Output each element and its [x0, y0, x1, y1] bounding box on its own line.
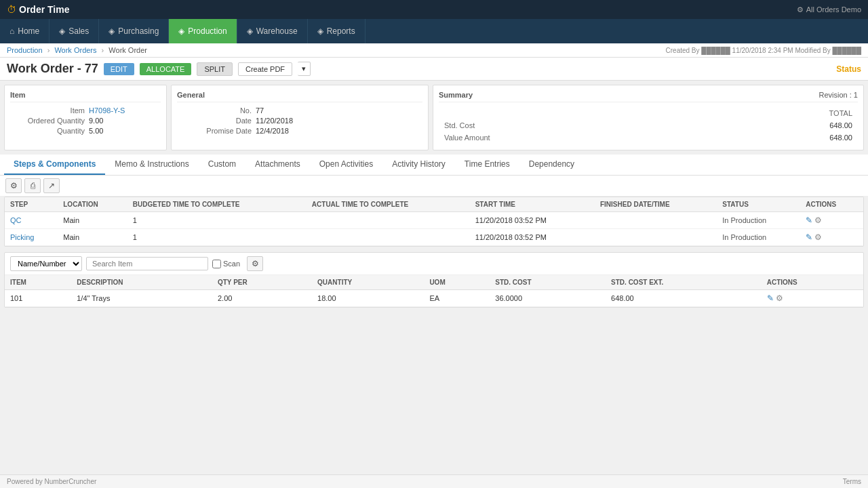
col-budgeted-time: BUDGETED TIME TO COMPLETE — [127, 197, 307, 212]
breadcrumb-meta: Created By ██████ 11/20/2018 2:34 PM Mod… — [666, 47, 861, 54]
summary-table: TOTAL Std. Cost 648.00 Value Amount 648.… — [439, 106, 858, 144]
step-name-0[interactable]: QC — [5, 212, 58, 229]
nav-label-warehouse: Warehouse — [256, 26, 298, 36]
promise-date-value: 12/4/2018 — [256, 127, 289, 135]
nav-item-warehouse[interactable]: ◈ Warehouse — [237, 19, 308, 43]
nav-label-purchasing: Purchasing — [118, 26, 159, 36]
home-icon: ⌂ — [9, 26, 14, 36]
search-input[interactable] — [86, 257, 208, 270]
tab-steps-components[interactable]: Steps & Components — [4, 155, 105, 175]
settings-toolbar-button[interactable]: ⚙ — [5, 178, 22, 193]
step-gear-icon-1[interactable]: ⚙ — [814, 232, 822, 242]
date-value: 11/20/2018 — [256, 117, 293, 125]
steps-table: STEP LOCATION BUDGETED TIME TO COMPLETE … — [5, 197, 863, 246]
step-edit-icon-0[interactable]: ✎ — [806, 216, 812, 225]
comp-edit-icon-0[interactable]: ✎ — [767, 293, 774, 303]
tab-memo[interactable]: Memo & Instructions — [105, 155, 198, 175]
allocate-button[interactable]: ALLOCATE — [140, 63, 192, 75]
logo-text: Order Time — [19, 4, 69, 15]
tabs-bar: Steps & Components Memo & Instructions C… — [0, 155, 868, 176]
step-status-0: In Production — [717, 212, 800, 229]
comp-std-cost-0: 36.0000 — [490, 290, 606, 307]
tab-dependency[interactable]: Dependency — [519, 155, 584, 175]
scan-checkbox[interactable] — [212, 260, 221, 268]
step-start-1: 11/20/2018 03:52 PM — [470, 229, 595, 246]
export-toolbar-button[interactable]: ↗ — [43, 178, 60, 193]
comp-std-cost-ext-0: 648.00 — [606, 290, 762, 307]
top-bar-right: ⚙ All Orders Demo — [797, 5, 861, 14]
comp-col-std-cost: STD. COST — [490, 275, 606, 290]
filter-select[interactable]: Name/Number — [10, 256, 82, 271]
page-header: Work Order - 77 EDIT ALLOCATE SPLIT Crea… — [0, 58, 868, 81]
step-budgeted-0: 1 — [127, 212, 307, 229]
status-label: Status — [836, 64, 861, 74]
top-bar: ⏱ Order Time ⚙ All Orders Demo — [0, 0, 868, 19]
nav-item-sales[interactable]: ◈ Sales — [50, 19, 99, 43]
date-label: Date — [177, 117, 252, 125]
settings-icon[interactable]: ⚙ — [797, 5, 804, 14]
logo: ⏱ Order Time — [7, 4, 69, 15]
create-pdf-button[interactable]: Create PDF — [238, 62, 292, 76]
step-edit-icon-1[interactable]: ✎ — [806, 232, 812, 242]
step-location-1: Main — [58, 229, 127, 246]
ordered-qty-row: Ordered Quantity 9.00 — [10, 117, 161, 125]
comp-qty-0: 18.00 — [312, 290, 424, 307]
col-step: STEP — [5, 197, 58, 212]
nav-item-reports[interactable]: ◈ Reports — [308, 19, 366, 43]
tab-custom[interactable]: Custom — [199, 155, 245, 175]
item-card-title: Item — [10, 91, 161, 102]
general-card: General No. 77 Date 11/20/2018 Promise D… — [171, 85, 429, 150]
page-title: Work Order - 77 — [7, 62, 98, 76]
breadcrumb-sep-1: › — [47, 46, 50, 54]
item-value[interactable]: H7098-Y-S — [89, 106, 125, 115]
col-start-time: START TIME — [470, 197, 595, 212]
main-nav: ⌂ Home ◈ Sales ◈ Purchasing ◈ Production… — [0, 19, 868, 43]
nav-item-purchasing[interactable]: ◈ Purchasing — [99, 19, 169, 43]
breadcrumb-sep-2: › — [102, 46, 104, 54]
quantity-label: Quantity — [10, 127, 85, 135]
step-actions-1: ✎ ⚙ — [800, 229, 863, 246]
step-name-1[interactable]: Picking — [5, 229, 58, 246]
steps-row-0: QC Main 1 11/20/2018 03:52 PM In Product… — [5, 212, 863, 229]
demo-label: All Orders Demo — [806, 5, 861, 14]
pdf-dropdown-button[interactable]: ▾ — [298, 62, 311, 76]
promise-date-label: Promise Date — [177, 127, 252, 135]
print-toolbar-button[interactable]: ⎙ — [24, 178, 41, 193]
comp-gear-icon-0[interactable]: ⚙ — [776, 293, 783, 303]
step-actual-1 — [307, 229, 470, 246]
components-table: ITEM DESCRIPTION QTY PER QUANTITY UOM ST… — [5, 275, 863, 307]
sales-icon: ◈ — [59, 26, 65, 36]
comp-col-actions: ACTIONS — [762, 275, 863, 290]
tab-open-activities[interactable]: Open Activities — [310, 155, 382, 175]
comp-col-uom: UOM — [424, 275, 490, 290]
split-button[interactable]: SPLIT — [197, 62, 233, 76]
step-gear-icon-0[interactable]: ⚙ — [814, 216, 822, 225]
date-row: Date 11/20/2018 — [177, 117, 422, 125]
components-settings-button[interactable]: ⚙ — [247, 256, 263, 271]
nav-item-production[interactable]: ◈ Production — [169, 19, 237, 43]
nav-item-home[interactable]: ⌂ Home — [0, 19, 50, 43]
comp-desc-0: 1/4" Trays — [71, 290, 212, 307]
breadcrumb-work-orders[interactable]: Work Orders — [54, 46, 96, 54]
tab-activity-history[interactable]: Activity History — [382, 155, 455, 175]
table-toolbar: ⚙ ⎙ ↗ — [0, 176, 868, 197]
step-finished-1 — [595, 229, 717, 246]
step-status-1: In Production — [717, 229, 800, 246]
steps-table-wrap: STEP LOCATION BUDGETED TIME TO COMPLETE … — [4, 197, 864, 247]
warehouse-icon: ◈ — [247, 26, 253, 36]
summary-label-0: Std. Cost — [440, 120, 703, 131]
summary-col-total: TOTAL — [704, 108, 856, 119]
tab-attachments[interactable]: Attachments — [245, 155, 310, 175]
content-cards: Item Item H7098-Y-S Ordered Quantity 9.0… — [0, 81, 868, 155]
nav-label-reports: Reports — [327, 26, 355, 36]
breadcrumb-production[interactable]: Production — [7, 46, 43, 54]
nav-label-home: Home — [18, 26, 39, 36]
steps-row-1: Picking Main 1 11/20/2018 03:52 PM In Pr… — [5, 229, 863, 246]
item-card: Item Item H7098-Y-S Ordered Quantity 9.0… — [4, 85, 167, 150]
step-location-0: Main — [58, 212, 127, 229]
promise-date-row: Promise Date 12/4/2018 — [177, 127, 422, 135]
quantity-row: Quantity 5.00 — [10, 127, 161, 135]
edit-button[interactable]: EDIT — [104, 63, 134, 75]
reports-icon: ◈ — [317, 26, 323, 36]
tab-time-entries[interactable]: Time Entries — [455, 155, 519, 175]
